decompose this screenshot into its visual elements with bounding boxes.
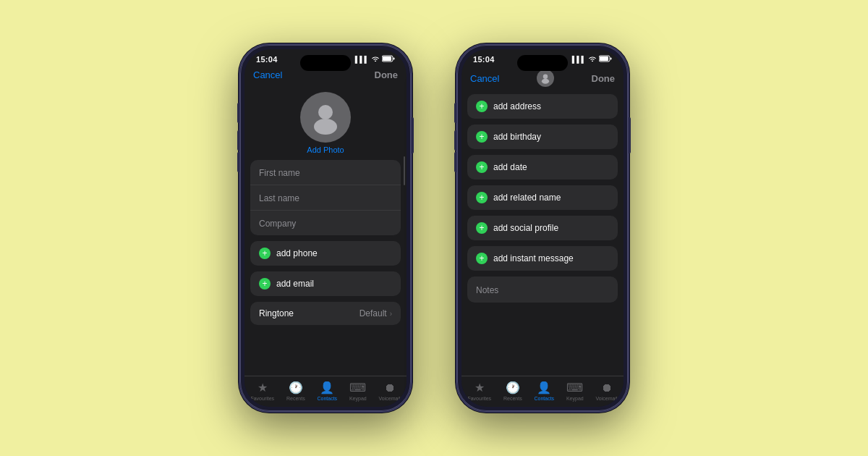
add-related-name-row[interactable]: add related name — [467, 185, 618, 210]
add-social-profile-row[interactable]: add social profile — [467, 216, 618, 240]
first-name-field[interactable] — [250, 160, 401, 185]
phone-1: 15:04 ▌▌▌ Cancel D — [239, 43, 412, 413]
tab-voicemail-label-2: Voicemail — [596, 396, 618, 401]
nav-avatar-2 — [537, 69, 554, 87]
keypad-icon-1: ⌨ — [349, 381, 366, 394]
add-instant-message-row[interactable]: add instant message — [467, 246, 618, 271]
notes-row[interactable]: Notes — [467, 276, 618, 303]
tab-voicemail-1[interactable]: ⏺ Voicemail — [379, 381, 401, 401]
avatar-1[interactable] — [300, 92, 351, 143]
cancel-button-2[interactable]: Cancel — [470, 73, 499, 84]
add-birthday-row[interactable]: add birthday — [467, 124, 618, 149]
svg-point-4 — [314, 119, 337, 135]
svg-point-9 — [542, 79, 549, 84]
add-related-name-label: add related name — [493, 193, 561, 203]
form-section-1: add phone add email Ringtone Default › — [244, 160, 407, 376]
tab-contacts-1[interactable]: 👤 Contacts — [317, 381, 337, 401]
status-time-2: 15:04 — [473, 55, 495, 64]
add-instant-message-label: add instant message — [493, 253, 574, 263]
add-birthday-label: add birthday — [493, 132, 541, 142]
add-instant-message-plus-icon — [476, 253, 488, 264]
done-button-1[interactable]: Done — [375, 69, 399, 80]
person-icon-2: 👤 — [537, 381, 551, 394]
signal-icon-2: ▌▌▌ — [572, 56, 586, 63]
avatar-silhouette-icon — [307, 99, 344, 135]
avatar-area-1: Add Photo — [244, 85, 407, 160]
tab-contacts-label-1: Contacts — [317, 396, 337, 401]
add-email-label: add email — [276, 279, 314, 289]
add-related-name-plus-icon — [476, 192, 488, 203]
scroll-indicator-1 — [404, 156, 405, 185]
svg-point-8 — [543, 75, 548, 79]
tab-keypad-label-1: Keypad — [349, 396, 367, 401]
phone-1-screen: 15:04 ▌▌▌ Cancel D — [244, 49, 407, 407]
clock-icon-2: 🕐 — [506, 381, 520, 394]
tab-recents-1[interactable]: 🕐 Recents — [286, 381, 305, 401]
last-name-input[interactable] — [259, 193, 392, 203]
tab-voicemail-2[interactable]: ⏺ Voicemail — [596, 381, 618, 401]
tab-recents-label-2: Recents — [503, 396, 522, 401]
wifi-icon-2 — [589, 56, 596, 63]
add-email-plus-icon — [259, 278, 271, 290]
signal-icon-1: ▌▌▌ — [355, 56, 369, 63]
add-photo-button[interactable]: Add Photo — [307, 145, 344, 154]
add-address-plus-icon — [476, 101, 488, 112]
battery-icon-1 — [382, 55, 395, 64]
dynamic-island-2 — [517, 55, 568, 71]
tab-contacts-2[interactable]: 👤 Contacts — [534, 381, 554, 401]
tab-voicemail-label-1: Voicemail — [379, 396, 401, 401]
phone-2-screen: 15:04 ▌▌▌ Cancel — [461, 49, 624, 407]
add-social-profile-label: add social profile — [493, 223, 558, 233]
done-button-2[interactable]: Done — [592, 73, 616, 84]
tab-favourites-label-1: Favourites — [250, 396, 274, 401]
voicemail-icon-1: ⏺ — [384, 381, 396, 394]
star-icon-1: ★ — [258, 381, 268, 394]
ringtone-row[interactable]: Ringtone Default › — [250, 302, 401, 325]
tab-favourites-1[interactable]: ★ Favourites — [250, 381, 274, 401]
voicemail-icon-2: ⏺ — [601, 381, 613, 394]
name-group — [250, 160, 401, 235]
svg-rect-7 — [610, 58, 612, 60]
status-time-1: 15:04 — [256, 55, 278, 64]
tab-keypad-label-2: Keypad — [566, 396, 584, 401]
status-icons-1: ▌▌▌ — [355, 55, 395, 64]
phone-2: 15:04 ▌▌▌ Cancel — [456, 43, 629, 413]
star-icon-2: ★ — [475, 381, 485, 394]
status-icons-2: ▌▌▌ — [572, 55, 612, 64]
tab-favourites-label-2: Favourites — [467, 396, 491, 401]
add-phone-row[interactable]: add phone — [250, 241, 401, 266]
tab-bar-1: ★ Favourites 🕐 Recents 👤 Contacts ⌨ Keyp… — [244, 376, 407, 407]
svg-rect-1 — [383, 56, 391, 61]
add-birthday-plus-icon — [476, 131, 488, 143]
company-field[interactable] — [250, 211, 401, 235]
tab-recents-label-1: Recents — [286, 396, 305, 401]
content-list-2: add address add birthday add date add re… — [461, 91, 624, 376]
nav-avatar-silhouette-icon — [540, 72, 551, 84]
svg-point-3 — [318, 105, 333, 119]
add-phone-plus-icon — [259, 248, 271, 259]
add-email-row[interactable]: add email — [250, 271, 401, 296]
clock-icon-1: 🕐 — [289, 381, 303, 394]
tab-keypad-1[interactable]: ⌨ Keypad — [349, 381, 367, 401]
ringtone-label: Ringtone — [259, 308, 294, 318]
add-date-label: add date — [493, 162, 527, 172]
last-name-field[interactable] — [250, 185, 401, 211]
person-icon-1: 👤 — [320, 381, 334, 394]
notes-label: Notes — [476, 285, 498, 295]
first-name-input[interactable] — [259, 168, 392, 178]
ringtone-value: Default › — [359, 308, 392, 318]
tab-recents-2[interactable]: 🕐 Recents — [503, 381, 522, 401]
add-date-plus-icon — [476, 161, 488, 173]
ringtone-chevron-icon: › — [390, 310, 392, 318]
tab-bar-2: ★ Favourites 🕐 Recents 👤 Contacts ⌨ Keyp… — [461, 376, 624, 407]
company-input[interactable] — [259, 219, 392, 229]
keypad-icon-2: ⌨ — [566, 381, 583, 394]
cancel-button-1[interactable]: Cancel — [253, 69, 282, 80]
wifi-icon-1 — [372, 56, 379, 63]
add-date-row[interactable]: add date — [467, 155, 618, 180]
dynamic-island-1 — [300, 55, 351, 71]
tab-keypad-2[interactable]: ⌨ Keypad — [566, 381, 584, 401]
add-address-row[interactable]: add address — [467, 94, 618, 119]
tab-favourites-2[interactable]: ★ Favourites — [467, 381, 491, 401]
svg-rect-2 — [393, 58, 395, 60]
